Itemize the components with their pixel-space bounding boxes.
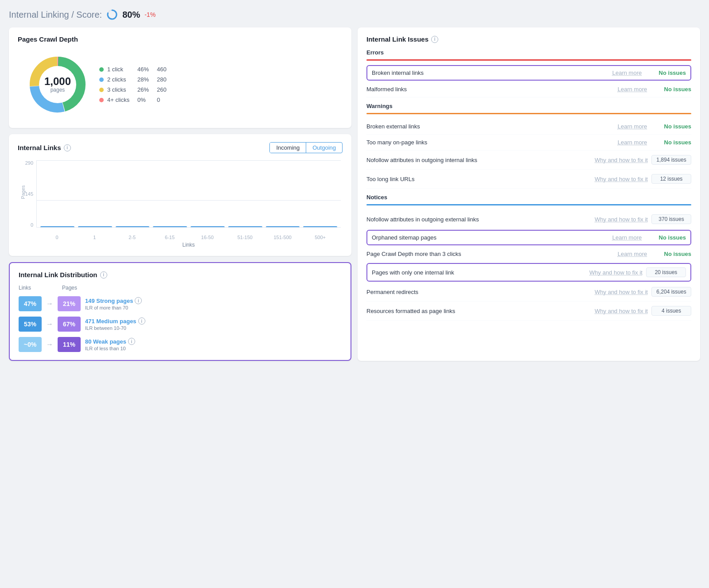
left-column: Pages Crawl Depth [9,27,351,361]
x-axis-title: Links [19,242,341,248]
issue-row: Orphaned sitemap pagesLearn moreNo issue… [366,230,691,245]
issue-name: Malformed links [366,86,609,93]
dist-sub: ILR of more than 70 [85,305,142,310]
dist-links-pct: 53% [19,317,42,332]
x-label: 16-50 [191,235,225,240]
distribution-header-row: Links Pages [19,285,342,291]
score-delta: -1% [144,11,156,18]
bars-area [36,160,341,228]
crawl-depth-title: Pages Crawl Depth [18,35,343,43]
issue-link[interactable]: Learn more [607,234,647,241]
legend-item: 4+ clicks 0% 0 [99,97,167,103]
issue-link[interactable]: Learn more [607,70,647,76]
issue-row: Nofollow attributes in outgoing internal… [366,151,691,170]
donut-center-label: pages [44,87,71,93]
col-pages-label: Pages [62,285,77,291]
legend-dot [99,88,104,92]
issues-section-notices: Notices [366,194,691,201]
bar [191,226,225,227]
dist-pages-pct: 21% [58,296,81,311]
dist-pages-pct: 11% [58,337,81,352]
legend-item: 3 clicks 26% 260 [99,86,167,93]
bar-col [191,226,225,227]
legend-pct: 0% [137,97,153,103]
links-header: Internal Links i Incoming Outgoing [18,142,343,153]
issue-name: Permanent redirects [366,289,591,295]
section-divider-warnings [366,113,691,114]
issue-row: Too long link URLsWhy and how to fix it1… [366,170,691,189]
issue-badge: 370 issues [651,214,691,224]
bar [266,226,300,227]
issues-section-warnings: Warnings [366,103,691,109]
title-text: Internal Linking [9,10,69,19]
issue-name: Nofollow attributes in outgoing external… [366,216,591,223]
y-label: 145 [25,191,35,197]
issue-link[interactable]: Why and how to fix it [589,269,643,276]
internal-links-card: Internal Links i Incoming Outgoing 29014… [9,134,351,256]
dist-row: 47% → 21% 149 Strong pages i ILR of more… [19,296,342,311]
page-header: Internal Linking / Score: 80% -1% [9,9,700,20]
issues-panel: Internal Link Issues i ErrorsBroken inte… [358,27,700,361]
issue-row: Nofollow attributes in outgoing external… [366,210,691,229]
bar-col [266,226,300,227]
issue-link[interactable]: Why and how to fix it [595,308,648,314]
issue-badge: 4 issues [651,306,691,316]
issue-badge: 6,204 issues [651,287,691,297]
distribution-info-icon[interactable]: i [100,271,107,279]
dist-page-link[interactable]: 149 Strong pages i [85,297,142,304]
issue-link[interactable]: Why and how to fix it [595,157,648,163]
issue-row: Page Crawl Depth more than 3 clicksLearn… [366,246,691,262]
page-info-icon[interactable]: i [128,338,135,345]
dist-links-pct: ~0% [19,337,42,352]
dist-links-pct: 47% [19,296,42,311]
bar [116,226,150,227]
internal-links-info-icon[interactable]: i [64,144,71,151]
bar-col [228,226,262,227]
donut-chart: 1,000 pages [27,54,89,116]
issues-content: ErrorsBroken internal linksLearn moreNo … [366,49,691,321]
legend-count: 0 [157,97,160,103]
distribution-rows: 47% → 21% 149 Strong pages i ILR of more… [19,296,342,352]
bar [40,226,74,227]
legend-item: 2 clicks 28% 280 [99,76,167,83]
dist-arrow: → [46,300,53,308]
x-label: 500+ [303,235,337,240]
dist-arrow: → [46,340,53,348]
legend-label: 4+ clicks [107,97,134,103]
bar-chart-inner: 2901450 Pages 012-56-1516-5051-150151-50… [19,160,341,240]
page-info-icon[interactable]: i [135,297,142,304]
issue-link[interactable]: Why and how to fix it [595,289,648,295]
dist-sub: ILR between 10-70 [85,325,145,331]
bar-col [153,226,187,227]
issue-link[interactable]: Why and how to fix it [595,176,648,182]
score-circle-icon [106,9,118,20]
x-label: 2-5 [115,235,149,240]
dist-page-link[interactable]: 80 Weak pages i [85,338,135,345]
issue-row: Resources formatted as page linksWhy and… [366,302,691,321]
donut-section: 1,000 pages 1 click 46% 460 2 clicks 28%… [18,49,343,120]
issue-status-ok: No issues [656,139,691,146]
page-info-icon[interactable]: i [138,317,145,325]
dist-row: 53% → 67% 471 Medium pages i ILR between… [19,317,342,332]
section-divider-errors [366,59,691,61]
issue-link[interactable]: Why and how to fix it [595,216,648,223]
issue-link[interactable]: Learn more [612,251,652,257]
issue-link[interactable]: Learn more [612,123,652,130]
tab-outgoing[interactable]: Outgoing [306,143,342,153]
x-label: 6-15 [153,235,187,240]
issue-name: Broken internal links [372,70,604,76]
legend-item: 1 click 46% 460 [99,66,167,73]
legend-count: 260 [157,86,167,93]
tab-incoming[interactable]: Incoming [270,143,306,153]
dist-page-link[interactable]: 471 Medium pages i [85,317,145,325]
crawl-depth-legend: 1 click 46% 460 2 clicks 28% 280 3 click… [99,66,167,103]
issue-link[interactable]: Learn more [612,86,652,93]
bar-col [40,226,74,227]
dist-row: ~0% → 11% 80 Weak pages i ILR of less th… [19,337,342,352]
issue-link[interactable]: Learn more [612,139,652,146]
legend-dot [99,67,104,72]
issue-name: Nofollow attributes in outgoing internal… [366,157,591,163]
issue-row: Broken external linksLearn moreNo issues [366,119,691,135]
issues-info-icon[interactable]: i [431,36,438,43]
internal-links-tabs[interactable]: Incoming Outgoing [269,142,343,153]
